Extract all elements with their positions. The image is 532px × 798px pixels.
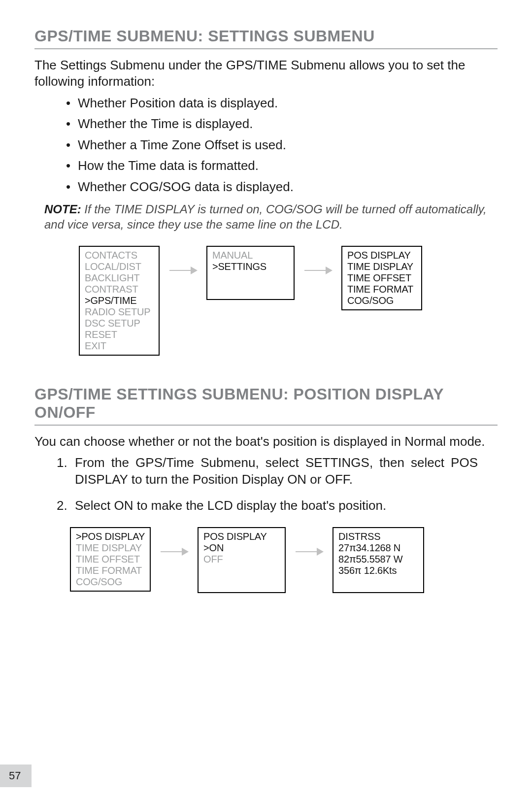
arrow-icon xyxy=(304,256,332,285)
flow2: >POS DISPLAYTIME DISPLAYTIME OFFSETTIME … xyxy=(70,527,498,593)
lcd-line: TIME FORMAT xyxy=(347,284,416,295)
lcd-line: LOCAL/DIST xyxy=(85,261,154,272)
lcd-line: DISTRSS xyxy=(338,531,418,542)
lcd-line: POS DISPLAY xyxy=(203,531,280,542)
lcd-line: TIME OFFSET xyxy=(76,554,145,565)
lcd-screen-main-menu: CONTACTSLOCAL/DISTBACKLIGHTCONTRAST>GPS/… xyxy=(79,246,160,356)
arrow-icon xyxy=(161,537,188,566)
lcd-screen-pos-menu: >POS DISPLAYTIME DISPLAYTIME OFFSETTIME … xyxy=(70,527,151,592)
lcd-line: CONTACTS xyxy=(85,250,154,261)
lcd-line: RADIO SETUP xyxy=(85,306,154,318)
bullet-item: Whether COG/SOG data is displayed. xyxy=(66,178,498,196)
lcd-line: RESET xyxy=(85,329,154,340)
bullet-item: How the Time data is formatted. xyxy=(66,157,498,174)
lcd-screen-gps-submenu: MANUAL>SETTINGS xyxy=(206,246,295,300)
lcd-screen-settings-list: POS DISPLAYTIME DISPLAYTIME OFFSETTIME F… xyxy=(341,246,422,310)
section1-intro: The Settings Submenu under the GPS/TIME … xyxy=(34,57,498,89)
section2-title: GPS/TIME SETTINGS SUBMENU: POSITION DISP… xyxy=(34,385,498,426)
section2-intro: You can choose whether or not the boat's… xyxy=(34,433,498,450)
lcd-line: MANUAL xyxy=(212,250,289,261)
lcd-line: COG/SOG xyxy=(347,295,416,306)
arrow-icon xyxy=(169,256,197,285)
lcd-line: >ON xyxy=(203,542,280,554)
lcd-line: TIME DISPLAY xyxy=(347,261,416,272)
lcd-line: >SETTINGS xyxy=(212,261,289,272)
lcd-screen-position-display: DISTRSS 27π34.1268 N 82π55.5587 W356π 12… xyxy=(332,527,424,593)
note-text: If the TIME DISPLAY is turned on, COG/SO… xyxy=(44,202,487,231)
bullet-item: Whether the Time is displayed. xyxy=(66,115,498,133)
lcd-line: >POS DISPLAY xyxy=(76,531,145,542)
lcd-line: BACKLIGHT xyxy=(85,272,154,284)
bullet-item: Whether a Time Zone Offset is used. xyxy=(66,136,498,154)
lcd-line: OFF xyxy=(203,554,280,565)
lcd-line: TIME OFFSET xyxy=(347,272,416,284)
page-number: 57 xyxy=(0,765,32,787)
lcd-line: TIME DISPLAY xyxy=(76,542,145,554)
lcd-line: POS DISPLAY xyxy=(347,250,416,261)
flow1: CONTACTSLOCAL/DISTBACKLIGHTCONTRAST>GPS/… xyxy=(79,246,498,356)
lcd-line: >GPS/TIME xyxy=(85,295,154,306)
step-item: From the GPS/Time Submenu, select SETTIN… xyxy=(71,455,498,488)
lcd-line: DSC SETUP xyxy=(85,318,154,329)
lcd-line: EXIT xyxy=(85,340,154,352)
lcd-screen-pos-onoff: POS DISPLAY>ONOFF xyxy=(198,527,286,593)
lcd-line: 82π55.5587 W xyxy=(338,554,418,565)
lcd-line: COG/SOG xyxy=(76,576,145,588)
step-item: Select ON to make the LCD display the bo… xyxy=(71,498,498,514)
note-label: NOTE: xyxy=(44,202,81,216)
bullet-item: Whether Position data is displayed. xyxy=(66,94,498,112)
note-block: NOTE: If the TIME DISPLAY is turned on, … xyxy=(34,201,498,232)
section1-bullets: Whether Position data is displayed. Whet… xyxy=(34,94,498,196)
arrow-icon xyxy=(296,537,323,566)
section2-steps: From the GPS/Time Submenu, select SETTIN… xyxy=(49,455,498,514)
lcd-line: 356π 12.6Kts xyxy=(338,565,418,576)
lcd-line: CONTRAST xyxy=(85,284,154,295)
lcd-line: TIME FORMAT xyxy=(76,565,145,576)
section1-title: GPS/TIME SUBMENU: SETTINGS SUBMENU xyxy=(34,27,498,49)
lcd-line: 27π34.1268 N xyxy=(338,542,418,554)
